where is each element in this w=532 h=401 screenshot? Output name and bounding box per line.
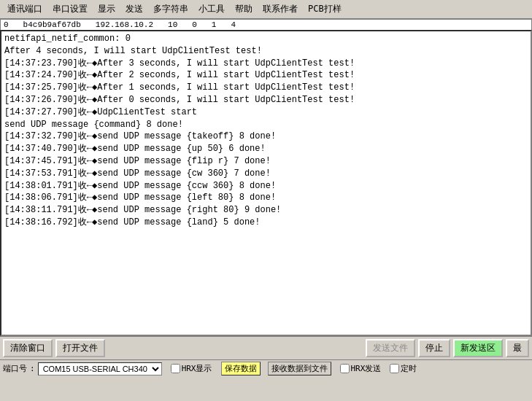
terminal-line: [14:37:25.790]收←◆After 1 seconds, I will… <box>4 82 528 94</box>
menu-help[interactable]: 帮助 <box>231 1 257 17</box>
save-data-button[interactable]: 保存数据 <box>221 362 261 375</box>
terminal-line: [14:37:27.790]收←◆UdpClientTest start <box>4 106 528 119</box>
open-file-button[interactable]: 打开文件 <box>55 339 105 357</box>
hex-tx-label: HRX发送 <box>340 363 382 374</box>
info-col1: 0 <box>4 20 9 29</box>
info-bar: 0 b4c9b9af67db 192.168.10.2 10 0 1 4 <box>0 19 532 30</box>
info-col7: 4 <box>231 20 236 29</box>
timer-checkbox[interactable] <box>390 364 399 373</box>
info-col2: b4c9b9af67db <box>23 20 81 29</box>
terminal-line: [14:37:26.790]收←◆After 0 seconds, I will… <box>4 94 528 106</box>
stop-button[interactable]: 停止 <box>418 339 450 357</box>
menu-contact[interactable]: 联系作者 <box>258 1 302 17</box>
port-select[interactable]: COM15 USB-SERIAL CH340 <box>38 362 162 375</box>
terminal-line: [14:37:45.791]收←◆send UDP message {flip … <box>4 155 528 168</box>
bottom-toolbar: 清除窗口 打开文件 发送文件 停止 新发送区 最 <box>0 336 532 359</box>
info-col5: 0 <box>192 20 197 29</box>
menu-multistring[interactable]: 多字符串 <box>149 1 193 17</box>
hex-rx-checkbox[interactable] <box>171 364 180 373</box>
terminal-line: [14:38:11.791]收←◆send UDP message {right… <box>4 204 528 217</box>
menu-port[interactable]: 通讯端口 <box>3 1 47 17</box>
statusbar: 端口号 : COM15 USB-SERIAL CH340 HRX显示 保存数据 … <box>0 359 532 377</box>
menu-send[interactable]: 发送 <box>121 1 147 17</box>
hex-tx-checkbox[interactable] <box>340 364 350 373</box>
menu-display[interactable]: 显示 <box>93 1 120 17</box>
menu-pcb[interactable]: PCB打样 <box>304 1 346 17</box>
terminal-line: [14:38:01.791]收←◆send UDP message {ccw 3… <box>4 180 528 192</box>
send-file-button[interactable]: 发送文件 <box>366 339 415 357</box>
max-button[interactable]: 最 <box>506 339 529 357</box>
terminal-line: send UDP message {command} 8 done! <box>4 119 528 131</box>
menu-tools[interactable]: 小工具 <box>194 1 229 17</box>
hex-rx-label: HRX显示 <box>171 363 212 374</box>
menubar: 通讯端口 串口设置 显示 发送 多字符串 小工具 帮助 联系作者 PCB打样 <box>0 0 532 19</box>
terminal-line: [14:37:24.790]收←◆After 2 seconds, I will… <box>4 69 528 82</box>
terminal-line: [14:37:40.790]收←◆send UDP message {up 50… <box>4 143 528 155</box>
terminal-line: [14:38:16.792]收←◆send UDP message {land}… <box>4 217 528 229</box>
info-col3: 192.168.10.2 <box>96 20 153 29</box>
info-col4: 10 <box>168 20 177 29</box>
terminal-line: [14:37:32.790]收←◆send UDP message {takeo… <box>4 131 528 143</box>
port-label: 端口号 <box>3 363 27 374</box>
terminal-line: [14:37:23.790]收←◆After 3 seconds, I will… <box>4 58 528 70</box>
terminal-line: After 4 seconds, I will start UdpClientT… <box>4 45 528 58</box>
terminal-line: netifapi_netif_common: 0 <box>4 33 528 45</box>
port-colon: : <box>30 364 35 373</box>
terminal-output: netifapi_netif_common: 0After 4 seconds,… <box>0 30 532 336</box>
timer-label: 定时 <box>390 363 417 374</box>
receive-to-file-button[interactable]: 接收数据到文件 <box>268 362 331 375</box>
info-col6: 1 <box>212 20 217 29</box>
terminal-line: [14:37:53.791]收←◆send UDP message {cw 36… <box>4 168 528 180</box>
new-send-area-button[interactable]: 新发送区 <box>453 339 503 357</box>
terminal-line: [14:38:06.791]收←◆send UDP message {left … <box>4 192 528 204</box>
clear-window-button[interactable]: 清除窗口 <box>3 339 53 357</box>
menu-serial-settings[interactable]: 串口设置 <box>48 1 92 17</box>
